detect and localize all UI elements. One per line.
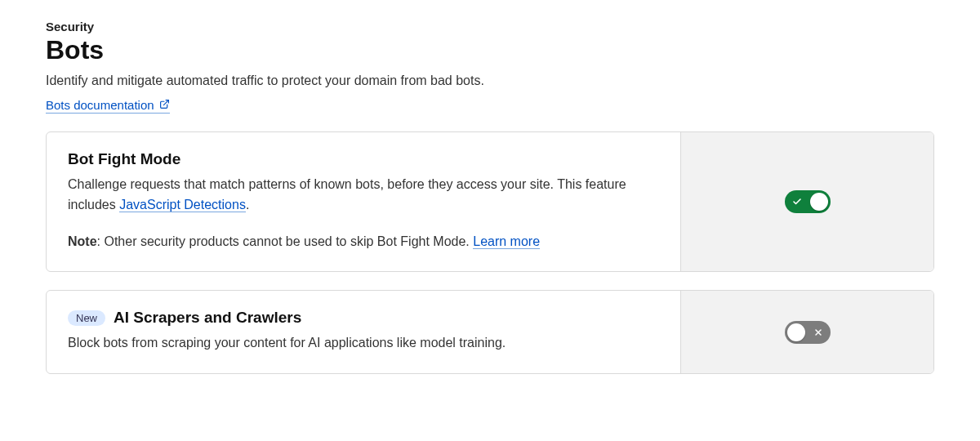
bots-documentation-link[interactable]: Bots documentation: [46, 98, 170, 114]
doc-link-label: Bots documentation: [46, 98, 154, 112]
page-title: Bots: [46, 35, 934, 65]
card-bot-fight-mode: Bot Fight Mode Challenge requests that m…: [46, 131, 934, 272]
note-body: Other security products cannot be used t…: [104, 234, 473, 248]
card-control-panel: [680, 291, 933, 373]
breadcrumb: Security: [46, 20, 934, 33]
card-title: Bot Fight Mode: [68, 150, 180, 168]
external-link-icon: [159, 98, 170, 112]
toggle-knob: [810, 193, 828, 211]
note-label: Note: [68, 234, 97, 248]
card-description: Block bots from scraping your content fo…: [68, 333, 656, 354]
card-control-panel: [680, 132, 933, 271]
card-content: Bot Fight Mode Challenge requests that m…: [47, 132, 680, 271]
card-note: Note: Other security products cannot be …: [68, 232, 656, 252]
ai-scrapers-toggle[interactable]: [785, 321, 831, 344]
desc-text-post: .: [246, 198, 249, 212]
bot-fight-mode-toggle[interactable]: [785, 190, 831, 213]
card-description: Challenge requests that match patterns o…: [68, 175, 656, 216]
new-badge: New: [68, 310, 105, 326]
toggle-knob: [787, 323, 805, 341]
svg-line-0: [163, 100, 168, 105]
card-content: New AI Scrapers and Crawlers Block bots …: [47, 291, 680, 373]
x-icon: [813, 327, 823, 337]
card-title: AI Scrapers and Crawlers: [114, 309, 301, 327]
card-ai-scrapers: New AI Scrapers and Crawlers Block bots …: [46, 290, 934, 374]
learn-more-link[interactable]: Learn more: [473, 234, 540, 249]
page-description: Identify and mitigate automated traffic …: [46, 74, 934, 88]
check-icon: [792, 197, 802, 207]
javascript-detections-link[interactable]: JavaScript Detections: [119, 198, 246, 212]
